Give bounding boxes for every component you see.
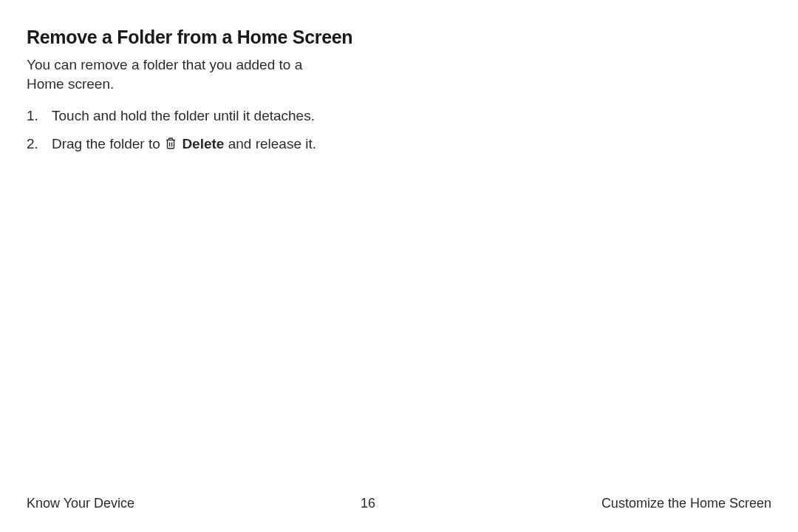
step-text: Touch and hold the folder until it detac… (52, 108, 315, 123)
steps-list: 1. Touch and hold the folder until it de… (27, 106, 771, 154)
step-text-suffix: and release it. (224, 136, 316, 151)
step-1: 1. Touch and hold the folder until it de… (27, 106, 771, 126)
page-number: 16 (361, 496, 375, 511)
footer-right: Customize the Home Screen (601, 496, 771, 511)
step-text-prefix: Drag the folder to (52, 136, 164, 151)
step-text-bold: Delete (182, 136, 224, 151)
page-footer: Know Your Device 16 Customize the Home S… (27, 496, 771, 511)
intro-paragraph: You can remove a folder that you added t… (27, 55, 337, 93)
page-content: Remove a Folder from a Home Screen You c… (0, 0, 798, 155)
trash-icon (165, 136, 177, 155)
step-number: 1. (27, 106, 38, 126)
section-heading: Remove a Folder from a Home Screen (27, 27, 771, 48)
step-number: 2. (27, 134, 38, 154)
footer-left: Know Your Device (27, 496, 134, 511)
step-2: 2. Drag the folder to Delete and release… (27, 134, 771, 155)
